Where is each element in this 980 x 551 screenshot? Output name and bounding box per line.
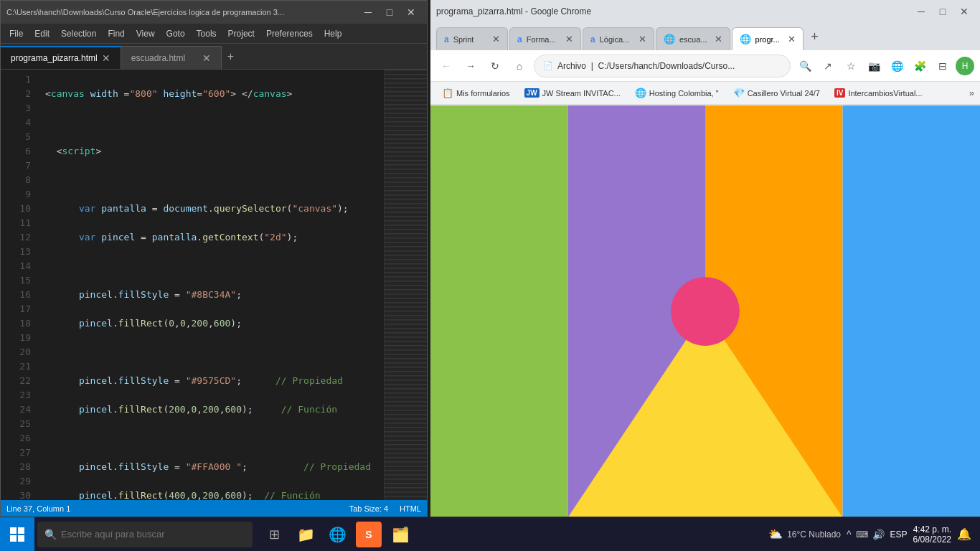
bookmark-icon-intercambios: IV (834, 88, 845, 98)
taskbar-app-icon[interactable]: 🗂️ (387, 522, 413, 547)
tab-close-escua[interactable]: ✕ (715, 34, 722, 44)
clock-time: 4:42 p. m. (913, 524, 951, 534)
code-content[interactable]: <canvas width ="800" height="600"> </can… (37, 70, 384, 500)
bookmark-jw[interactable]: JW JW Stream INVITAC... (519, 85, 626, 102)
back-button[interactable]: ← (436, 56, 456, 76)
sidebar-toggle[interactable]: ⊟ (933, 56, 953, 76)
menu-preferences[interactable]: Preferences (260, 24, 319, 44)
rect-green (430, 105, 568, 518)
bookmark-label-jw: JW Stream INVITAC... (542, 89, 621, 98)
tab-close-1[interactable]: ✕ (102, 52, 110, 64)
code-line-15: pincel.fillRect(400,0,200,600); // Funci… (45, 489, 384, 500)
home-button[interactable]: ⌂ (509, 56, 529, 76)
editor-window: C:\Users\hanch\Downloads\Curso Oracle\Ej… (0, 0, 428, 518)
browser-tab-escua[interactable]: 🌐 escua... ✕ (656, 27, 730, 50)
menu-project[interactable]: Project (222, 24, 260, 44)
canvas-preview (430, 105, 980, 518)
bookmark-label-formularios: Mis formularios (456, 89, 510, 98)
taskbar-right: ⛅ 16°C Nublado ^ ⌨ 🔊 ESP 4:42 p. m. 6/08… (768, 524, 980, 545)
tab-close-2[interactable]: ✕ (202, 52, 211, 64)
tab-escuadra[interactable]: escuadra.html ✕ (121, 46, 222, 69)
bookmark-formularios[interactable]: 📋 Mis formularios (436, 85, 516, 102)
search-input[interactable] (61, 529, 245, 540)
maximize-button[interactable]: □ (380, 4, 400, 21)
tab-title-escua: escua... (679, 35, 707, 44)
menu-goto[interactable]: Goto (161, 24, 191, 44)
bookmark-hosting[interactable]: 🌐 Hosting Colombia, " (629, 85, 725, 102)
star-icon[interactable]: ☆ (841, 56, 861, 76)
clock-date: 6/08/2022 (913, 534, 951, 545)
browser-tab-logica[interactable]: a Lógica... ✕ (583, 27, 654, 50)
extensions-icon[interactable]: 🧩 (910, 56, 930, 76)
keyboard-icon: ⌨ (856, 529, 868, 540)
sublime-icon[interactable]: S (356, 522, 382, 547)
tab-close-forma[interactable]: ✕ (565, 34, 573, 44)
bookmark-icon-hosting: 🌐 (635, 88, 646, 98)
url-bar[interactable]: 📄 Archivo | C:/Users/hanch/Downloads/Cur… (534, 55, 791, 77)
menu-tools[interactable]: Tools (191, 24, 222, 44)
browser-close-button[interactable]: ✕ (954, 3, 974, 20)
taskview-button[interactable]: ⊞ (261, 522, 287, 547)
code-line-2 (45, 116, 384, 130)
volume-icon: 🔊 (872, 529, 885, 540)
taskbar-search[interactable]: 🔍 (37, 522, 253, 547)
forward-button[interactable]: → (461, 56, 481, 76)
minimap (384, 70, 427, 500)
taskbar-network: ^ ⌨ 🔊 (847, 529, 885, 540)
bookmark-intercambios[interactable]: IV IntercambiosVirtual... (829, 85, 928, 102)
menu-selection[interactable]: Selection (55, 24, 102, 44)
status-right: Tab Size: 4 HTML (349, 504, 421, 513)
close-button[interactable]: ✕ (401, 4, 421, 21)
code-line-14: pincel.fillStyle = "#FFA000 "; // Propie… (45, 460, 384, 474)
notifications-button[interactable]: 🔔 (957, 527, 971, 541)
code-line-9: pincel.fillRect(0,0,200,600); (45, 316, 384, 331)
browser-minimize-button[interactable]: ─ (911, 3, 931, 20)
status-tabsize: Tab Size: 4 (349, 504, 388, 513)
profile-icon[interactable]: 🌐 (887, 56, 907, 76)
file-explorer-icon[interactable]: 📁 (293, 522, 319, 547)
browser-tab-forma[interactable]: a Forma... ✕ (509, 27, 581, 50)
code-line-7 (45, 259, 384, 273)
tab-programa-pizarra[interactable]: programa_pizarra.html ✕ (1, 46, 121, 69)
menu-find[interactable]: Find (102, 24, 130, 44)
browser-maximize-button[interactable]: □ (933, 3, 953, 20)
code-line-3: <script> (45, 144, 384, 159)
browser-tab-sprint[interactable]: a Sprint ✕ (436, 27, 508, 50)
camera-icon[interactable]: 📷 (864, 56, 884, 76)
tabs-add-button[interactable]: + (222, 50, 240, 63)
new-tab-button[interactable]: + (805, 27, 825, 47)
editor-body: 12345 678910 1112131415 1617181920 21222… (1, 70, 427, 500)
user-avatar[interactable]: H (956, 57, 974, 75)
url-icon: 📄 (543, 61, 553, 70)
menu-help[interactable]: Help (319, 24, 348, 44)
code-line-8: pincel.fillStyle = "#8BC34A"; (45, 288, 384, 302)
code-line-12: pincel.fillRect(200,0,200,600); // Funci… (45, 402, 384, 417)
tab-close-sprint[interactable]: ✕ (492, 34, 500, 44)
menu-view[interactable]: View (131, 24, 161, 44)
tab-close-logica[interactable]: ✕ (639, 34, 646, 44)
tab-title-progr: progr... (755, 35, 781, 44)
start-button[interactable] (0, 517, 34, 552)
minimize-button[interactable]: ─ (358, 4, 378, 21)
search-icon[interactable]: 🔍 (795, 56, 815, 76)
menu-file[interactable]: File (4, 24, 29, 44)
network-icon: ^ (847, 529, 852, 540)
tab-icon-progr: 🌐 (740, 34, 751, 44)
bookmark-icon-casillero: 💎 (733, 88, 745, 98)
taskbar-sys: ⛅ 16°C Nublado (768, 527, 841, 541)
svg-rect-1 (18, 527, 24, 534)
bookmarks-more-button[interactable]: » (969, 88, 974, 98)
browser-title: programa_pizarra.html - Google Chrome (436, 6, 591, 17)
tab-close-progr[interactable]: ✕ (788, 34, 796, 44)
reload-button[interactable]: ↻ (485, 56, 505, 76)
share-icon[interactable]: ↗ (818, 56, 838, 76)
browser-tab-progr[interactable]: 🌐 progr... ✕ (732, 27, 804, 50)
chrome-icon[interactable]: 🌐 (324, 522, 350, 547)
search-icon: 🔍 (44, 529, 57, 540)
menu-edit[interactable]: Edit (29, 24, 55, 44)
bookmark-casillero[interactable]: 💎 Casillero Virtual 24/7 (727, 85, 826, 102)
code-line-11: pincel.fillStyle = "#9575CD"; // Propied… (45, 374, 384, 388)
status-position: Line 37, Column 1 (6, 504, 70, 513)
bookmarks-bar: 📋 Mis formularios JW JW Stream INVITAC..… (430, 82, 980, 105)
code-line-4 (45, 173, 384, 187)
